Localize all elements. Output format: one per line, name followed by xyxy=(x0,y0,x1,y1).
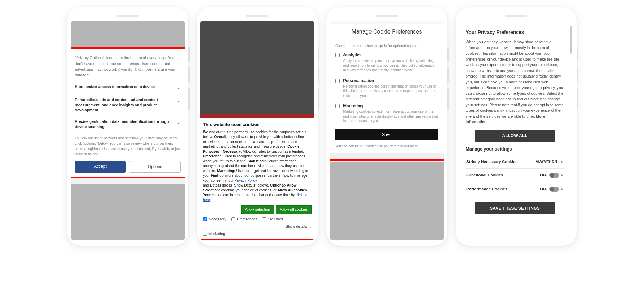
statistics-checkbox[interactable]: Statistics xyxy=(262,217,283,222)
allow-all-button[interactable]: ALLOW ALL xyxy=(475,130,555,142)
privacy-preferences-panel: Your Privacy Preferences When you visit … xyxy=(461,24,569,220)
cookie-policy-link[interactable]: cookie use policy xyxy=(366,144,393,148)
purpose-row-geo[interactable]: Precise geolocation data, and identifica… xyxy=(75,116,181,133)
necessary-checkbox[interactable]: Necessary xyxy=(203,217,226,222)
phone-mock-2: This website uses cookies We and our tru… xyxy=(197,7,318,246)
phone-speaker xyxy=(376,15,398,17)
screen-1: "Privacy Options", located at the bottom… xyxy=(71,21,185,240)
cookie-preferences-panel: Manage Cookie Preferences Check the boxe… xyxy=(330,24,444,153)
cookie-banner-2: This website uses cookies We and our tru… xyxy=(200,118,314,240)
option-label: Analytics xyxy=(343,53,438,57)
panel-footer: You can consult our cookie use policy to… xyxy=(335,144,438,148)
phone-speaker xyxy=(117,15,139,17)
chevron-down-icon: ⌄ xyxy=(174,84,181,91)
purpose-label: Store and/or access information on a dev… xyxy=(75,84,155,89)
chevron-right-icon: ▸ xyxy=(561,159,563,164)
marketing-option: Marketing Marketing cookies collect info… xyxy=(335,103,438,124)
screen-2: This website uses cookies We and our tru… xyxy=(200,21,314,240)
option-desc: Analytics cookies help us improve our we… xyxy=(343,58,438,73)
phone-speaker xyxy=(505,15,527,17)
cookie-banner-1: "Privacy Options", located at the bottom… xyxy=(71,49,185,178)
panel-intro: Check the boxes below to opt-in for opti… xyxy=(335,44,438,48)
option-desc: Marketing cookies collect information ab… xyxy=(343,109,438,124)
toggle-switch[interactable] xyxy=(549,187,559,192)
banner-title: This website uses cookies xyxy=(203,121,312,128)
personalisation-checkbox[interactable] xyxy=(335,79,340,83)
chevron-down-icon: ⌄ xyxy=(308,224,312,229)
chevron-right-icon: ▸ xyxy=(561,187,563,191)
show-details-toggle[interactable]: Show details⌄ xyxy=(286,224,312,229)
screen-4: Your Privacy Preferences When you visit … xyxy=(459,21,573,240)
scrollbar[interactable] xyxy=(570,26,572,54)
save-settings-button[interactable]: SAVE THESE SETTINGS xyxy=(475,202,555,214)
panel-title: Your Privacy Preferences xyxy=(466,29,564,35)
purpose-row-ads[interactable]: Personalised ads and content, ad and con… xyxy=(75,94,181,116)
purpose-label: Personalised ads and content, ad and con… xyxy=(75,97,174,113)
panel-title: Manage Cookie Preferences xyxy=(335,29,438,39)
toggle-switch[interactable] xyxy=(549,173,559,178)
setting-row-functional[interactable]: Functional Cookies OFF ▸ xyxy=(466,169,564,182)
marketing-checkbox[interactable]: Marketing xyxy=(203,231,312,236)
marketing-checkbox[interactable] xyxy=(335,104,340,108)
setting-name: Strictly Necessary Cookies xyxy=(466,160,518,164)
banner-note: To view our list of partners and see how… xyxy=(75,133,181,161)
screen-3: Manage Cookie Preferences Check the boxe… xyxy=(330,21,444,240)
banner-body: We and our trusted partners use cookies … xyxy=(203,130,312,203)
setting-name: Performance Cookies xyxy=(466,187,507,191)
options-button[interactable]: Options xyxy=(129,161,181,173)
phone-mock-3: Manage Cookie Preferences Check the boxe… xyxy=(326,7,447,246)
panel-body: When you visit any website, it may store… xyxy=(466,39,564,125)
setting-state: OFF xyxy=(540,173,547,177)
privacy-policy-link[interactable]: Privacy Policy xyxy=(234,179,257,182)
chevron-right-icon: ▸ xyxy=(561,173,563,178)
analytics-option: Analytics Analytics cookies help us impr… xyxy=(335,53,438,73)
setting-state: OFF xyxy=(540,187,547,191)
allow-selection-button[interactable]: Allow selection xyxy=(241,205,274,214)
purpose-row-store[interactable]: Store and/or access information on a dev… xyxy=(75,81,181,94)
phone-speaker xyxy=(246,15,268,17)
option-desc: Personalisation cookies collect informat… xyxy=(343,84,438,98)
banner-intro: "Privacy Options", located at the bottom… xyxy=(75,55,181,78)
allow-all-button[interactable]: Allow all cookies xyxy=(276,205,312,214)
accept-button[interactable]: Accept xyxy=(75,161,126,173)
chevron-down-icon: ⌄ xyxy=(174,97,181,104)
option-label: Personalisation xyxy=(343,78,438,83)
personalisation-option: Personalisation Personalisation cookies … xyxy=(335,78,438,98)
phone-mock-4: Your Privacy Preferences When you visit … xyxy=(456,7,577,246)
setting-row-strictly-necessary[interactable]: Strictly Necessary Cookies ALWAYS ON ▸ xyxy=(466,155,564,169)
save-button[interactable]: Save xyxy=(335,129,438,140)
setting-state: ALWAYS ON xyxy=(536,160,557,163)
chevron-down-icon: ⌄ xyxy=(174,119,181,126)
phone-mock-1: "Privacy Options", located at the bottom… xyxy=(67,7,188,246)
analytics-checkbox[interactable] xyxy=(335,53,340,57)
preferences-checkbox[interactable]: Preferences xyxy=(231,217,257,222)
purpose-label: Precise geolocation data, and identifica… xyxy=(75,119,174,129)
manage-heading: Manage your settings xyxy=(466,146,564,152)
setting-row-performance[interactable]: Performance Cookies OFF ▸ xyxy=(466,182,564,196)
setting-name: Functional Cookies xyxy=(466,173,503,177)
option-label: Marketing xyxy=(343,103,438,108)
